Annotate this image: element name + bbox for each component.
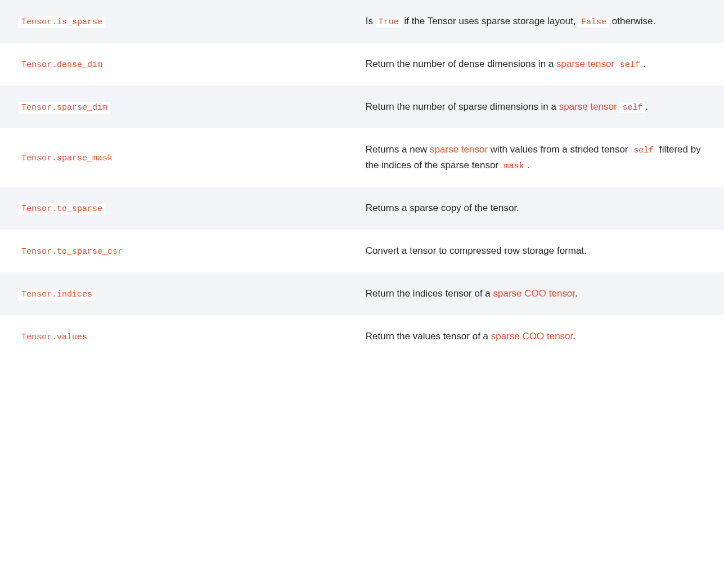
- description-text: otherwise.: [609, 16, 655, 26]
- inline-code: self: [619, 102, 645, 113]
- api-description-cell: Returns a sparse copy of the tensor.: [348, 187, 724, 230]
- api-name-cell: Tensor.indices: [0, 272, 348, 315]
- inline-code: mask: [501, 161, 527, 172]
- description-text: .: [527, 160, 530, 170]
- doc-link[interactable]: sparse COO tensor: [491, 331, 573, 342]
- api-name-link[interactable]: Tensor.is_sparse: [18, 16, 106, 28]
- description-text: Return the number of sparse dimensions i…: [366, 101, 559, 112]
- table-row: Tensor.sparse_dimReturn the number of sp…: [0, 86, 724, 128]
- table-row: Tensor.valuesReturn the values tensor of…: [0, 315, 724, 358]
- description-text: .: [645, 101, 648, 112]
- api-name-cell: Tensor.dense_dim: [0, 43, 348, 86]
- api-name-link[interactable]: Tensor.sparse_mask: [18, 152, 116, 164]
- description-text: Is: [366, 16, 376, 26]
- api-description-cell: Return the number of sparse dimensions i…: [348, 86, 724, 128]
- api-description-cell: Is True if the Tensor uses sparse storag…: [348, 0, 724, 43]
- doc-link[interactable]: sparse COO tensor: [493, 288, 575, 299]
- api-name-link[interactable]: Tensor.to_sparse: [18, 203, 106, 215]
- description-text: .: [575, 288, 578, 299]
- api-name-cell: Tensor.sparse_dim: [0, 86, 348, 128]
- doc-link[interactable]: sparse tensor: [430, 144, 488, 155]
- description-text: Returns a sparse copy of the tensor.: [366, 203, 519, 213]
- table-row: Tensor.dense_dimReturn the number of den…: [0, 43, 724, 86]
- api-name-link[interactable]: Tensor.indices: [18, 289, 96, 300]
- description-text: .: [643, 59, 646, 69]
- description-text: with values from a strided tensor: [488, 144, 631, 155]
- table-row: Tensor.to_sparse_csrConvert a tensor to …: [0, 230, 724, 272]
- doc-link[interactable]: sparse tensor: [559, 101, 617, 112]
- table-row: Tensor.indicesReturn the indices tensor …: [0, 272, 724, 315]
- description-text: .: [573, 331, 575, 342]
- api-description-cell: Return the indices tensor of a sparse CO…: [348, 272, 724, 315]
- api-description-cell: Return the number of dense dimensions in…: [348, 43, 724, 86]
- api-name-cell: Tensor.to_sparse: [0, 187, 348, 230]
- api-name-link[interactable]: Tensor.to_sparse_csr: [18, 246, 126, 258]
- description-text: Return the indices tensor of a: [366, 288, 493, 299]
- description-text: Returns a new: [366, 144, 430, 155]
- table-row: Tensor.sparse_maskReturns a new sparse t…: [0, 128, 724, 187]
- api-name-cell: Tensor.sparse_mask: [0, 128, 348, 187]
- api-description-cell: Return the values tensor of a sparse COO…: [348, 315, 724, 358]
- api-name-cell: Tensor.is_sparse: [0, 0, 348, 43]
- inline-code: self: [617, 60, 643, 70]
- description-text: Convert a tensor to compressed row stora…: [366, 245, 587, 256]
- description-text: Return the values tensor of a: [366, 331, 491, 342]
- api-name-link[interactable]: Tensor.values: [18, 331, 91, 343]
- table-row: Tensor.is_sparseIs True if the Tensor us…: [0, 0, 724, 43]
- inline-code: True: [376, 17, 402, 28]
- description-text: if the Tensor uses sparse storage layout…: [402, 16, 578, 26]
- inline-code: self: [631, 145, 656, 156]
- api-description-cell: Convert a tensor to compressed row stora…: [348, 230, 724, 272]
- api-name-link[interactable]: Tensor.dense_dim: [18, 59, 106, 71]
- doc-link[interactable]: sparse tensor: [556, 59, 614, 69]
- api-name-link[interactable]: Tensor.sparse_dim: [18, 102, 111, 114]
- inline-code: False: [578, 17, 609, 28]
- table-row: Tensor.to_sparseReturns a sparse copy of…: [0, 187, 724, 230]
- api-name-cell: Tensor.values: [0, 315, 348, 358]
- api-description-cell: Returns a new sparse tensor with values …: [348, 128, 724, 187]
- api-reference-table: Tensor.is_sparseIs True if the Tensor us…: [0, 0, 724, 358]
- api-name-cell: Tensor.to_sparse_csr: [0, 230, 348, 272]
- description-text: Return the number of dense dimensions in…: [366, 59, 556, 69]
